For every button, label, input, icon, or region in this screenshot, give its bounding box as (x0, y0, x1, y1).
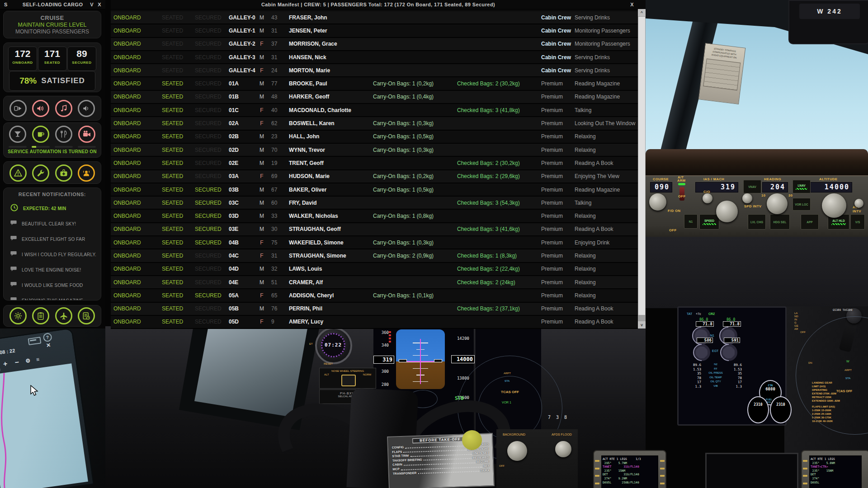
tablet-zoom-out-icon[interactable]: − (14, 358, 19, 366)
scrollbar[interactable]: ^ v (638, 9, 646, 328)
eicas-value: 35 (727, 371, 742, 375)
gear-off-label: OFF (800, 331, 806, 333)
state-onboard: ONBOARD (113, 28, 141, 34)
passenger-row-05A[interactable]: ONBOARDSEATEDSECURED05AF65ADDISON, Chery… (111, 289, 638, 302)
seat-number: 02B (229, 133, 239, 140)
passenger-row-04E[interactable]: ONBOARDSEATEDSECURED04EM51CRAMER, AlfChe… (111, 276, 638, 289)
mcp-knob[interactable] (716, 201, 738, 222)
stat-secured: 89SECURED (67, 47, 96, 71)
mcp-button-vor-loc[interactable]: VOR LOC (793, 198, 811, 211)
warning-icon[interactable] (9, 164, 27, 182)
mcp-button-hdg-sel[interactable]: HDG SEL (770, 214, 790, 230)
passenger-row-02D[interactable]: ONBOARDSEATEDSECURED02DM70WYNN, TrevorCa… (111, 144, 638, 157)
activity: Relaxing (575, 253, 596, 259)
passenger-name: BOSWELL, Karen (289, 120, 335, 127)
manifest-close-button[interactable]: X (630, 0, 634, 9)
sidebar-close-button[interactable]: X (98, 0, 101, 9)
tablet-close-icon[interactable]: ✕ (46, 342, 51, 348)
music-icon[interactable] (55, 100, 72, 117)
mcp-knob[interactable] (703, 193, 712, 203)
travel-class: Premium (541, 266, 563, 272)
passenger-row-03C[interactable]: ONBOARDSEATEDSECURED03CM60FRY, DavidChec… (111, 197, 638, 210)
security-icon[interactable] (78, 164, 95, 182)
announcement-icon[interactable] (32, 100, 49, 117)
wrench-icon[interactable] (32, 164, 49, 182)
scroll-down-icon[interactable]: v (638, 321, 646, 328)
manifest-titlebar[interactable]: Cabin Manifest | CREW: 5 | PASSENGERS To… (111, 0, 646, 9)
mcp-knob[interactable] (649, 193, 666, 211)
passenger-row-03A[interactable]: ONBOARDSEATEDSECURED03AF69HUDSON, MarieC… (111, 170, 638, 183)
sidebar-titlebar[interactable]: S SELF-LOADING CARGO V X (0, 0, 105, 9)
passenger-row-GALLEY-4[interactable]: ONBOARDSEATEDSECUREDGALLEY-4F24MORTON, M… (111, 64, 638, 77)
airplane-icon[interactable] (55, 307, 72, 324)
age: 76 (271, 305, 277, 312)
mcp-ias-value: 319 (695, 182, 738, 192)
volume-icon[interactable] (78, 100, 95, 117)
passenger-row-02B[interactable]: ONBOARDSEATEDSECURED02BM23HALL, JohnCarr… (111, 131, 638, 144)
passenger-row-GALLEY-3[interactable]: ONBOARDSEATEDSECUREDGALLEY-3M31HANSEN, N… (111, 51, 638, 64)
cdu-right[interactable]: ACT RTE 1 LEGS 235° 5.8NM TANET<CTR> 235… (801, 450, 868, 488)
sidebar-collapse-button[interactable]: V (90, 0, 94, 9)
movies-icon[interactable] (78, 126, 95, 143)
cdu-left-screen: ACT RTE 1 LEGS 1/3 295° 5.7NM TANET 319/… (601, 455, 658, 488)
passenger-row-05B[interactable]: ONBOARDSEATEDSECURED05BM76PERRIN, PhilCh… (111, 303, 638, 316)
passenger-row-01C[interactable]: ONBOARDSEATEDSECURED01CF40MACDONALD, Cha… (111, 104, 638, 117)
mcp-button-lnav[interactable]: LNAV (793, 180, 811, 193)
passenger-row-03B[interactable]: ONBOARDSEATEDSECURED03BM67BAKER, OliverC… (111, 183, 638, 197)
checked-bags: Checked Bags: 2 (30,2kg) (457, 80, 520, 87)
passenger-row-03E[interactable]: ONBOARDSEATEDSECURED03EM30STRAUGHAN, Geo… (111, 223, 638, 236)
passenger-row-02E[interactable]: ONBOARDSEATEDSECURED02EM19TRENT, GeoffCh… (111, 157, 638, 170)
passenger-row-05D[interactable]: ONBOARDSEATEDSECURED05DF9AMERY, LucyPrem… (111, 316, 638, 329)
state-onboard: ONBOARD (113, 213, 141, 219)
passenger-name: LAWS, Louis (289, 266, 322, 272)
scroll-up-icon[interactable]: ^ (638, 9, 646, 16)
at-arm-switch[interactable] (679, 187, 684, 201)
passenger-row-01A[interactable]: ONBOARDSEATEDSECURED01AM77BROOKE, PaulCa… (111, 77, 638, 90)
report-icon[interactable] (78, 307, 95, 324)
passenger-row-03D[interactable]: ONBOARDSEATEDSECURED03DM33WALKER, Nichol… (111, 210, 638, 223)
tablet-map[interactable] (0, 363, 88, 488)
mcp-button-lvl-chg[interactable]: LVL CHG (748, 214, 766, 230)
passenger-row-GALLEY-1[interactable]: ONBOARDSEATEDSECUREDGALLEY-1M31JENSEN, P… (111, 24, 638, 38)
settings-gear-icon[interactable] (9, 307, 27, 324)
background-knob[interactable] (507, 441, 527, 461)
mcp-button-n1[interactable]: N1 (684, 214, 698, 229)
mcp-button-v-s[interactable]: V/S (850, 214, 865, 230)
meals-icon[interactable] (55, 126, 72, 143)
passenger-row-04C[interactable]: ONBOARDSEATEDSECURED04CF31STRAUGHAN, Sim… (111, 249, 638, 263)
gender: F (258, 41, 265, 47)
passenger-row-GALLEY-2[interactable]: ONBOARDSEATEDSECUREDGALLEY-2F37MORRISON,… (111, 38, 638, 51)
mcp-button-vnav[interactable]: VNAV (743, 180, 761, 193)
afds-knob[interactable] (555, 441, 571, 457)
seatbelt-sign-icon[interactable] (9, 100, 27, 117)
mcp-knob[interactable] (854, 199, 863, 208)
scrollbar-thumb[interactable] (638, 17, 645, 315)
cold-drinks-icon[interactable] (9, 126, 26, 143)
chronometer[interactable]: 07:22 (315, 327, 352, 364)
passenger-row-02A[interactable]: ONBOARDSEATEDSECURED02AF62BOSWELL, Karen… (111, 117, 638, 130)
mcp-knob[interactable] (742, 193, 752, 203)
tablet-zoom-in-icon[interactable]: + (3, 360, 8, 368)
mcp-knob[interactable] (822, 193, 846, 218)
travel-class: Premium (541, 107, 563, 113)
cdu-left[interactable]: ACT RTE 1 LEGS 1/3 295° 5.7NM TANET 319/… (593, 450, 666, 488)
tablet-settings-icon[interactable]: ⚙ (25, 357, 31, 364)
tablet-list-icon[interactable]: ≡ (36, 356, 40, 363)
state-seated: SEATED (162, 266, 183, 272)
passenger-row-04D[interactable]: ONBOARDSEATEDSECURED04DM32LAWS, LouisChe… (111, 263, 638, 276)
passenger-row-GALLEY-0[interactable]: ONBOARDSEATEDSECUREDGALLEY-0M43FRASER, J… (111, 11, 638, 24)
passenger-row-04B[interactable]: ONBOARDSEATEDSECURED04BF75WAKEFIELD, Sim… (111, 236, 638, 249)
mcp-button-speed[interactable]: SPEED (699, 214, 719, 230)
mcp-knob[interactable] (767, 193, 788, 214)
mcp-button-app[interactable]: APP (801, 214, 819, 230)
seat-number: 03D (229, 213, 239, 219)
activity: Enjoying The View (575, 173, 619, 179)
help-icon[interactable]: ? (42, 333, 52, 342)
hot-drinks-icon[interactable] (32, 126, 49, 143)
gender: F (258, 292, 265, 299)
left-window (194, 328, 307, 417)
clipboard-icon[interactable] (32, 307, 49, 324)
medical-icon[interactable] (55, 164, 72, 182)
passenger-row-01B[interactable]: ONBOARDSEATEDSECURED01BM48HARKER, GeoffC… (111, 91, 638, 104)
tablet-follow-icon[interactable] (0, 359, 0, 375)
